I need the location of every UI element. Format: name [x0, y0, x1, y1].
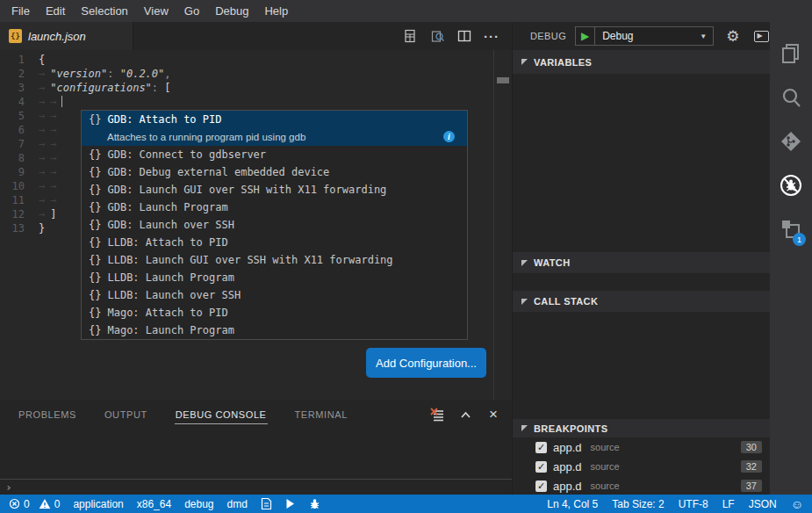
code-line[interactable]: 4→→: [0, 95, 512, 109]
menu-item-file[interactable]: File: [4, 0, 38, 22]
suggest-item[interactable]: {}GDB: Launch over SSH: [82, 216, 467, 234]
line-number: 2: [0, 67, 39, 81]
debug-icon[interactable]: [770, 163, 812, 207]
menu-item-go[interactable]: Go: [176, 0, 207, 22]
menu-item-help[interactable]: Help: [256, 0, 296, 22]
code-token: →→: [39, 166, 61, 178]
breakpoint-checkbox[interactable]: ✓: [535, 461, 547, 473]
editor-region: {} launch.json ··· 1{2→"version": "0.2.0…: [0, 22, 512, 495]
feedback-smiley-icon[interactable]: ☺: [791, 497, 803, 511]
line-number: 8: [0, 151, 39, 165]
status-item-dmd[interactable]: dmd: [227, 498, 248, 510]
snippet-icon: {}: [89, 219, 101, 231]
breakpoint-row[interactable]: ✓app.dsource37: [513, 476, 770, 495]
menu-bar: FileEditSelectionViewGoDebugHelp: [0, 0, 812, 22]
more-actions-icon[interactable]: ···: [484, 28, 499, 44]
tab-launch-json[interactable]: {} launch.json: [0, 22, 133, 50]
explorer-icon[interactable]: [770, 32, 812, 76]
launch-configuration-select[interactable]: ▶ Debug ▼: [575, 26, 714, 46]
suggest-item[interactable]: {}LLDB: Attach to PID: [82, 234, 467, 251]
suggest-item[interactable]: {}Mago: Attach to PID: [82, 304, 467, 322]
search-icon[interactable]: [770, 76, 812, 119]
cursor-position[interactable]: Ln 4, Col 5: [547, 498, 598, 510]
warning-icon: [39, 498, 51, 509]
status-item-x86_64[interactable]: x86_64: [137, 498, 171, 510]
section-variables[interactable]: VARIABLES: [513, 50, 770, 74]
menu-item-edit[interactable]: Edit: [38, 0, 73, 22]
open-changes-icon[interactable]: [402, 28, 418, 44]
code-token: "version": [50, 68, 107, 80]
code-line[interactable]: 1{: [0, 53, 512, 67]
line-number: 1: [0, 53, 39, 67]
suggest-item[interactable]: {}LLDB: Launch over SSH: [82, 286, 467, 304]
breakpoint-row[interactable]: ✓app.dsource32: [513, 457, 770, 476]
start-debugging-button[interactable]: ▶: [576, 27, 595, 45]
indentation[interactable]: Tab Size: 2: [612, 498, 664, 510]
suggest-item[interactable]: {}GDB: Attach to PID: [82, 111, 467, 128]
configure-gear-icon[interactable]: ⚙: [726, 29, 739, 44]
json-file-icon: {}: [9, 29, 22, 43]
panel-tab-terminal[interactable]: TERMINAL: [294, 406, 349, 423]
line-number: 9: [0, 165, 39, 179]
menu-item-debug[interactable]: Debug: [207, 0, 256, 22]
debug-console-input[interactable]: ›: [0, 479, 512, 495]
panel-tab-debug-console[interactable]: DEBUG CONSOLE: [175, 406, 268, 424]
close-panel-icon[interactable]: ×: [485, 407, 501, 423]
status-item-debug[interactable]: debug: [184, 498, 213, 510]
twisty-icon: [521, 425, 528, 431]
extensions-icon[interactable]: 1: [770, 207, 812, 251]
debug-console-toggle-icon[interactable]: ▶: [754, 31, 769, 42]
suggest-item[interactable]: {}GDB: Connect to gdbserver: [82, 146, 467, 163]
breakpoint-checkbox[interactable]: ✓: [535, 480, 547, 492]
maximize-panel-icon[interactable]: [457, 407, 473, 423]
code-token: →→: [39, 96, 61, 108]
status-item-application[interactable]: application: [73, 498, 123, 510]
suggest-item[interactable]: {}GDB: Debug external embedded device: [82, 163, 467, 181]
suggest-item[interactable]: {}LLDB: Launch GUI over SSH with X11 for…: [82, 251, 467, 269]
split-editor-icon[interactable]: [456, 28, 472, 44]
code-token: →→: [39, 138, 61, 150]
add-configuration-button[interactable]: Add Configuration...: [366, 348, 486, 378]
line-number: 12: [0, 207, 39, 221]
code-line[interactable]: 2→"version": "0.2.0",: [0, 67, 512, 81]
error-icon: [9, 498, 20, 509]
encoding[interactable]: UTF-8: [679, 498, 708, 510]
code-token: →: [39, 68, 50, 80]
section-call-stack[interactable]: CALL STACK: [513, 291, 770, 312]
project-file-icon[interactable]: [261, 497, 272, 510]
section-watch[interactable]: WATCH: [513, 252, 770, 273]
eol[interactable]: LF: [722, 498, 735, 510]
suggest-item[interactable]: {}LLDB: Launch Program: [82, 269, 467, 286]
breakpoint-checkbox[interactable]: ✓: [535, 442, 547, 453]
info-icon[interactable]: i: [443, 131, 455, 142]
breakpoints-list: ✓app.dsource30✓app.dsource32✓app.dsource…: [513, 437, 770, 495]
suggest-item[interactable]: {}Mago: Launch Program: [82, 322, 467, 339]
menu-item-selection[interactable]: Selection: [73, 0, 135, 22]
menu-item-view[interactable]: View: [136, 0, 176, 22]
code-line[interactable]: 3→"configurations": [: [0, 81, 512, 95]
open-preview-icon[interactable]: [429, 28, 445, 44]
language-mode[interactable]: JSON: [749, 498, 777, 510]
line-number: 13: [0, 221, 39, 235]
code-token: :: [107, 68, 119, 80]
code-token: :: [152, 82, 164, 94]
breakpoint-row[interactable]: ✓app.dsource30: [513, 437, 770, 457]
suggest-item[interactable]: {}GDB: Launch Program: [82, 199, 467, 216]
clear-console-icon[interactable]: [429, 407, 445, 423]
line-content: →"configurations": [: [39, 81, 512, 95]
panel-tab-output[interactable]: OUTPUT: [104, 406, 148, 423]
status-bar: 0 0 applicationx86_64debugdmd Ln 4, Col …: [0, 495, 812, 513]
configuration-name: Debug: [595, 30, 700, 42]
panel-actions: ×: [429, 407, 512, 423]
problems-status[interactable]: 0 0: [9, 498, 60, 510]
source-control-icon[interactable]: [770, 119, 812, 163]
snippet-icon: {}: [89, 289, 101, 301]
suggest-item-label: GDB: Connect to gdbserver: [107, 148, 266, 161]
bug-icon[interactable]: [308, 498, 321, 510]
debug-toolbar: DEBUG ▶ Debug ▼ ⚙ ▶: [513, 22, 770, 50]
editor-scrollbar-thumb[interactable]: [497, 77, 509, 83]
suggest-item[interactable]: {}GDB: Launch GUI over SSH with X11 forw…: [82, 181, 467, 199]
panel-tab-problems[interactable]: PROBLEMS: [18, 406, 77, 423]
section-breakpoints[interactable]: BREAKPOINTS: [513, 419, 770, 437]
run-icon[interactable]: [285, 498, 295, 509]
